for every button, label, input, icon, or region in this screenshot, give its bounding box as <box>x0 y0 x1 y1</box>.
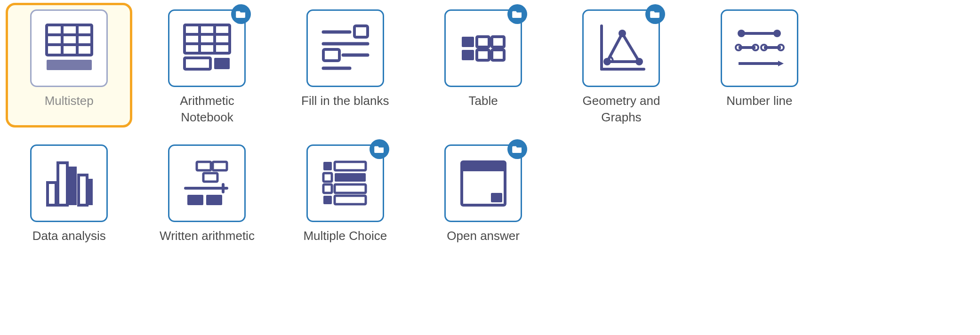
label-number-line: Number line <box>726 93 792 109</box>
open-answer-icon <box>455 155 512 212</box>
svg-rect-58 <box>335 173 366 182</box>
label-table: Table <box>469 93 498 109</box>
tile-multiple-choice[interactable]: Multiple Choice <box>290 144 400 244</box>
svg-rect-44 <box>68 167 77 205</box>
svg-rect-23 <box>477 50 489 60</box>
svg-rect-16 <box>323 49 339 61</box>
svg-rect-62 <box>335 196 366 204</box>
tile-written-arithmetic[interactable]: Written arithmetic <box>152 144 262 244</box>
svg-rect-53 <box>187 195 203 205</box>
svg-marker-41 <box>778 61 784 66</box>
label-data-analysis: Data analysis <box>32 228 106 244</box>
thumb-data-analysis <box>30 144 108 222</box>
thumb-fill-blanks <box>306 9 384 87</box>
arithmetic-notebook-icon <box>179 20 235 77</box>
label-multiple-choice: Multiple Choice <box>303 228 387 244</box>
written-arithmetic-icon <box>179 155 235 212</box>
svg-rect-46 <box>86 179 93 205</box>
folder-badge-icon <box>645 4 665 24</box>
folder-badge-icon <box>507 139 527 159</box>
svg-rect-0 <box>47 25 92 55</box>
thumb-open-answer <box>444 144 522 222</box>
svg-rect-56 <box>335 162 366 170</box>
folder-badge-icon <box>507 4 527 24</box>
svg-rect-6 <box>185 25 230 53</box>
svg-rect-12 <box>214 58 230 69</box>
svg-rect-42 <box>48 183 56 205</box>
geometry-graphs-icon <box>593 20 650 77</box>
tile-table[interactable]: Table <box>428 9 538 126</box>
label-fill-blanks: Fill in the blanks <box>301 93 389 109</box>
tile-data-analysis[interactable]: Data analysis <box>14 144 124 244</box>
fill-blanks-icon <box>317 20 373 77</box>
svg-point-28 <box>603 58 611 65</box>
svg-rect-22 <box>462 50 474 60</box>
svg-rect-43 <box>58 163 67 205</box>
svg-rect-45 <box>79 175 87 205</box>
tile-fill-blanks[interactable]: Fill in the blanks <box>290 9 400 126</box>
tile-number-line[interactable]: Number line <box>705 9 814 126</box>
multiple-choice-icon <box>317 155 373 212</box>
svg-point-29 <box>619 30 626 37</box>
tile-multistep[interactable]: Multistep <box>14 9 124 126</box>
svg-rect-49 <box>203 173 217 182</box>
label-arithmetic-notebook: Arithmetic Notebook <box>153 93 261 126</box>
question-type-grid: Multistep Arithmetic Notebook <box>14 9 814 244</box>
thumb-written-arithmetic <box>168 144 246 222</box>
tile-arithmetic-notebook[interactable]: Arithmetic Notebook <box>152 9 262 126</box>
data-analysis-icon <box>41 155 97 212</box>
label-open-answer: Open answer <box>447 228 520 244</box>
thumb-number-line <box>721 9 798 87</box>
table-icon <box>455 20 512 77</box>
svg-rect-57 <box>323 173 332 182</box>
svg-rect-54 <box>206 195 222 205</box>
tile-geometry-graphs[interactable]: Geometry and Graphs <box>566 9 676 126</box>
label-multistep: Multistep <box>45 93 94 109</box>
thumb-arithmetic-notebook <box>168 9 246 87</box>
svg-rect-21 <box>492 37 504 47</box>
svg-rect-59 <box>323 184 332 193</box>
multistep-icon <box>41 20 97 77</box>
folder-badge-icon <box>370 139 389 159</box>
svg-rect-60 <box>335 184 366 193</box>
svg-rect-47 <box>197 162 211 170</box>
label-geometry-graphs: Geometry and Graphs <box>567 93 675 126</box>
svg-rect-48 <box>213 162 227 170</box>
svg-point-33 <box>773 30 781 37</box>
svg-point-30 <box>635 58 643 65</box>
label-written-arithmetic: Written arithmetic <box>160 228 255 244</box>
svg-rect-24 <box>492 50 504 60</box>
svg-rect-11 <box>185 58 210 69</box>
thumb-multiple-choice <box>306 144 384 222</box>
svg-rect-65 <box>491 193 502 202</box>
tile-open-answer[interactable]: Open answer <box>428 144 538 244</box>
thumb-table <box>444 9 522 87</box>
svg-rect-14 <box>354 26 368 37</box>
svg-rect-61 <box>323 196 332 204</box>
svg-point-32 <box>738 30 745 37</box>
folder-badge-icon <box>231 4 251 24</box>
number-line-icon <box>731 20 787 77</box>
svg-rect-55 <box>323 162 332 170</box>
thumb-multistep <box>30 9 108 87</box>
svg-rect-64 <box>462 162 505 171</box>
svg-rect-20 <box>477 37 489 47</box>
svg-rect-5 <box>47 60 92 70</box>
svg-rect-19 <box>462 37 474 47</box>
thumb-geometry-graphs <box>582 9 660 87</box>
